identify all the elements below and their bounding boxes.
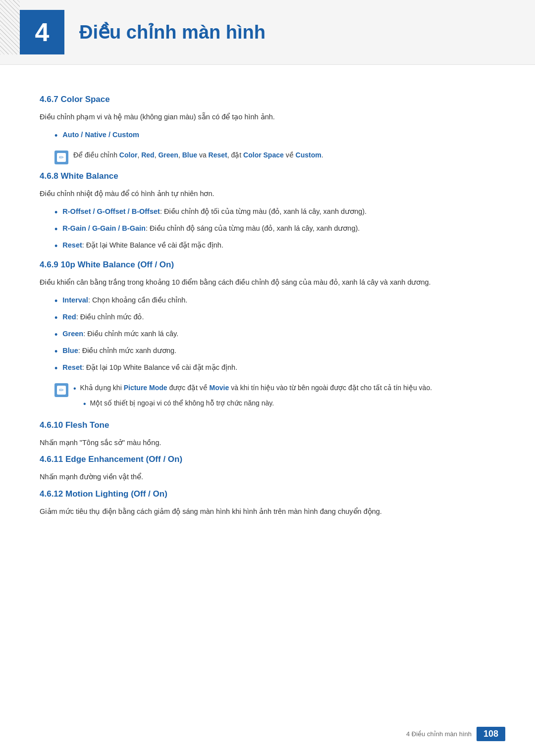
bullet-dot-icon: • [54, 223, 57, 236]
section-467-heading: 4.6.7 Color Space [40, 95, 495, 104]
bullet-dot-icon: • [54, 295, 57, 308]
chapter-header: 4 Điều chỉnh màn hình [0, 0, 535, 65]
section-469-bullet3: • Green: Điều chỉnh mức xanh lá cây. [40, 328, 495, 342]
section-4612-description: Giảm mức tiêu thụ điện bằng cách giảm độ… [40, 506, 495, 518]
section-469-bullet5: • Reset: Đặt lại 10p White Balance về cà… [40, 362, 495, 375]
note-bullet-text-1: Khả dụng khi Picture Mode được đặt về Mo… [80, 382, 495, 394]
section-4611-description: Nhấn mạnh đường viền vật thể. [40, 471, 495, 483]
note-sub-bullet-text: Một số thiết bị ngoại vi có thể không hỗ… [90, 398, 495, 409]
section-468-bullets: • R-Offset / G-Offset / B-Offset: Điều c… [40, 206, 495, 253]
bullet-dot-icon: • [54, 240, 57, 253]
section-468-bullet3: • Reset: Đặt lại White Balance về cài đặ… [40, 240, 495, 253]
section-469: 4.6.9 10p White Balance (Off / On) Điều … [40, 260, 495, 413]
note-icon-2: ✏ [54, 383, 68, 397]
section-469-heading: 4.6.9 10p White Balance (Off / On) [40, 260, 495, 270]
note-icon: ✏ [54, 151, 68, 164]
pencil-icon-2: ✏ [59, 387, 64, 394]
footer-chapter-label: 4 Điều chỉnh màn hình [406, 730, 472, 738]
bullet-dot-icon: • [54, 206, 57, 219]
section-4610-description: Nhấn mạnh "Tông sắc sở" màu hồng. [40, 437, 495, 449]
note-icon-inner-2: ✏ [57, 386, 66, 395]
chapter-number-block: 4 [20, 10, 64, 54]
section-4610: 4.6.10 Flesh Tone Nhấn mạnh "Tông sắc sở… [40, 420, 495, 449]
section-467-note: ✏ Để điều chỉnh Color, Red, Green, Blue … [54, 150, 495, 164]
page-footer: 4 Điều chỉnh màn hình 108 [406, 727, 505, 741]
section-468-bullet2-text: R-Gain / G-Gain / B-Gain: Điều chỉnh độ … [62, 223, 495, 235]
note-icon-inner: ✏ [57, 153, 66, 162]
chapter-title: Điều chỉnh màn hình [79, 10, 266, 54]
section-467-description: Điều chỉnh phạm vi và hệ màu (không gian… [40, 111, 495, 123]
section-468-bullet3-text: Reset: Đặt lại White Balance về cài đặt … [62, 240, 495, 252]
bullet-dot-icon: • [54, 345, 57, 358]
note-sub-bullet-dot: • [83, 398, 86, 410]
chapter-number: 4 [35, 17, 50, 47]
note-sub-bullet-1: • Một số thiết bị ngoại vi có thể không … [83, 398, 495, 410]
section-469-bullet5-text: Reset: Đặt lại 10p White Balance về cài … [62, 362, 495, 374]
pencil-icon: ✏ [59, 154, 64, 161]
section-467-note-content: Để điều chỉnh Color, Red, Green, Blue va… [73, 150, 495, 161]
page-container: 4 Điều chỉnh màn hình 4.6.7 Color Space … [0, 0, 535, 756]
diagonal-pattern [0, 0, 20, 54]
bullet-dot-icon: • [54, 362, 57, 375]
section-4612: 4.6.12 Motion Lighting (Off / On) Giảm m… [40, 489, 495, 518]
note-bullets-content: • Khả dụng khi Picture Mode được đặt về … [73, 382, 495, 413]
section-469-bullet1: • Interval: Chọn khoảng cần điều chỉnh. [40, 295, 495, 308]
section-467-bullets: • Auto / Native / Custom [40, 129, 495, 143]
content-area: 4.6.7 Color Space Điều chỉnh phạm vi và … [0, 95, 535, 563]
section-469-bullet4: • Blue: Điều chỉnh mức xanh dương. [40, 345, 495, 358]
section-469-bullet4-text: Blue: Điều chỉnh mức xanh dương. [62, 345, 495, 357]
bullet-dot-icon: • [54, 129, 57, 143]
section-4610-heading: 4.6.10 Flesh Tone [40, 420, 495, 430]
section-469-bullet2-text: Red: Điều chỉnh mức đỏ. [62, 311, 495, 323]
section-468: 4.6.8 White Balance Điều chỉnh nhiệt độ … [40, 171, 495, 253]
section-469-bullets: • Interval: Chọn khoảng cần điều chỉnh. … [40, 295, 495, 375]
section-468-bullet2: • R-Gain / G-Gain / B-Gain: Điều chỉnh đ… [40, 223, 495, 236]
bullet-dot-icon: • [54, 311, 57, 325]
section-468-bullet1-text: R-Offset / G-Offset / B-Offset: Điều chỉ… [62, 206, 495, 218]
section-467-bullet1: • Auto / Native / Custom [40, 129, 495, 143]
section-4611-heading: 4.6.11 Edge Enhancement (Off / On) [40, 454, 495, 464]
section-468-description: Điều chỉnh nhiệt độ màu để có hình ảnh t… [40, 188, 495, 200]
section-4611: 4.6.11 Edge Enhancement (Off / On) Nhấn … [40, 454, 495, 483]
note-bullet-dot-1: • [73, 382, 76, 395]
section-467: 4.6.7 Color Space Điều chỉnh phạm vi và … [40, 95, 495, 164]
footer-page-number: 108 [477, 727, 505, 741]
section-467-bullet1-text: Auto / Native / Custom [62, 129, 495, 141]
note-bullet-item-1: • Khả dụng khi Picture Mode được đặt về … [73, 382, 495, 395]
section-4612-heading: 4.6.12 Motion Lighting (Off / On) [40, 489, 495, 499]
section-469-bullet1-text: Interval: Chọn khoảng cần điều chỉnh. [62, 295, 495, 306]
section-469-bullet2: • Red: Điều chỉnh mức đỏ. [40, 311, 495, 325]
bullet-dot-icon: • [54, 328, 57, 342]
section-468-heading: 4.6.8 White Balance [40, 171, 495, 181]
section-468-bullet1: • R-Offset / G-Offset / B-Offset: Điều c… [40, 206, 495, 219]
section-469-bullet3-text: Green: Điều chỉnh mức xanh lá cây. [62, 328, 495, 340]
section-469-description: Điều khiển cân bằng trắng trong khoảng 1… [40, 277, 495, 289]
section-469-note: ✏ • Khả dụng khi Picture Mode được đặt v… [54, 382, 495, 413]
